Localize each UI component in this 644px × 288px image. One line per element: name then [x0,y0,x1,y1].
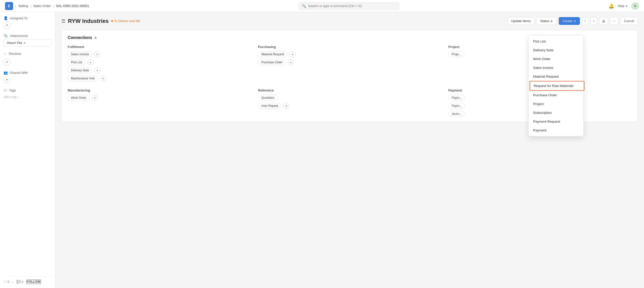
reference-column: Reference Quotation Auto Repeat + [258,88,441,117]
fulfillment-items: Sales Invoice + Pick List + Delivery Not… [68,51,251,81]
next-button[interactable]: › [590,17,597,25]
comments-action[interactable]: 💬 0 [16,280,23,284]
dropdown-item-project[interactable]: Project [529,100,583,108]
dropdown-item-sales-invoice[interactable]: Sales Invoice [529,63,583,72]
material-request-add-button[interactable]: + [289,51,295,57]
dropdown-item-payment-request[interactable]: Payment Request [529,117,583,126]
delivery-note-tag[interactable]: Delivery Note [68,67,92,73]
more-options-button[interactable]: ··· [610,17,618,25]
dropdown-item-material-request[interactable]: Material Request [529,72,583,81]
sidebar-footer: ♡ 0 · 💬 0 FOLLOW [4,276,52,284]
maintenance-visit-tag[interactable]: Maintenance Visit [68,75,98,81]
status-badge: To Deliver and Bill [111,19,140,23]
reviews-add-button[interactable]: + [4,59,11,66]
reference-items: Quotation Auto Repeat + [258,95,441,109]
assigned-to-section: 👤 Assigned To + [4,16,52,29]
person-icon: 👤 [4,16,8,20]
list-item: Maintenance Visit + [68,75,251,81]
notification-button[interactable]: 🔔 [609,3,614,9]
dropdown-item-subscription[interactable]: Subscription [529,108,583,117]
status-chevron-icon: ∨ [550,19,553,23]
hamburger-button[interactable]: ☰ [61,18,65,24]
dropdown-item-pick-list[interactable]: Pick List [529,37,583,46]
tags-title: 🏷 Tags [4,88,52,92]
tag-icon: 🏷 [4,88,7,92]
purchase-order-tag[interactable]: Purchase Order [258,59,286,65]
likes-action[interactable]: ♡ 0 [4,280,9,284]
maintenance-visit-add-button[interactable]: + [100,75,106,81]
assigned-to-title: 👤 Assigned To [4,16,52,20]
shared-with-section: 👥 Shared With + [4,71,52,83]
shared-with-title: 👥 Shared With [4,71,52,75]
dropdown-item-purchase-order[interactable]: Purchase Order [529,91,583,100]
manufacturing-items: Work Order + [68,95,251,101]
create-dropdown-menu: Pick ListDelivery NoteWork OrderSales In… [528,35,584,136]
fulfillment-column: Fulfillment Sales Invoice + Pick List + … [68,45,251,81]
payment-1-tag[interactable]: Paym... [448,95,465,101]
shared-with-add-button[interactable]: + [4,76,11,83]
sales-invoice-add-button[interactable]: + [94,51,100,57]
update-items-button[interactable]: Update Items [507,17,534,25]
dropdown-item-request-for-raw-materials[interactable]: Request for Raw Materials [530,81,584,91]
breadcrumb-sales-order[interactable]: Sales Order [33,4,51,8]
help-button[interactable]: Help ∨ [618,4,628,8]
assigned-to-add-button[interactable]: + [4,22,11,29]
sales-invoice-tag[interactable]: Sales Invoice [68,51,92,57]
purchasing-items: Material Request + Purchase Order + [258,51,441,65]
app-icon[interactable]: E [5,2,13,10]
list-item: Quotation [258,95,441,101]
payment-2-tag[interactable]: Paym... [448,103,465,109]
reference-title: Reference [258,88,441,92]
connections-collapse-button[interactable]: ∧ [94,35,97,40]
attachments-section: 📎 Attachments Attach File + [4,34,52,46]
follow-button[interactable]: FOLLOW [26,279,41,284]
list-item: Purchase Order + [258,59,441,65]
add-tag-text[interactable]: Add a tag ... [4,95,52,99]
search-box: 🔍 [299,2,399,10]
attach-file-button[interactable]: Attach File + [4,39,52,46]
attachments-title: 📎 Attachments [4,34,52,38]
pick-list-tag[interactable]: Pick List [68,59,86,65]
search-area: 🔍 [299,2,399,10]
avatar[interactable]: A [631,2,639,10]
list-item: Material Request + [258,51,441,57]
dropdown-item-work-order[interactable]: Work Order [529,55,583,63]
purchase-order-add-button[interactable]: + [288,59,294,65]
manufacturing-title: Manufacturing [68,88,251,92]
attach-plus-icon: + [24,41,26,45]
purchasing-title: Purchasing [258,45,441,49]
breadcrumb-sep-2: › [30,4,31,8]
list-item: Pick List + [68,59,251,65]
journal-tag[interactable]: Journ... [448,111,465,117]
manufacturing-column: Manufacturing Work Order + [68,88,251,117]
delivery-note-add-button[interactable]: + [94,67,100,73]
create-button[interactable]: Create ∨ [559,17,580,25]
dropdown-item-payment[interactable]: Payment [529,126,583,135]
print-button[interactable]: 🖨 [599,17,608,25]
list-item: Delivery Note + [68,67,251,73]
top-navigation: E › Selling › Sales Order › SAL-ORD-2021… [0,0,644,12]
page-header-right: Update Items Status ∨ Create ∨ ‹ › 🖨 ···… [507,17,638,25]
fulfillment-title: Fulfillment [68,45,251,49]
search-icon: 🔍 [302,4,306,8]
star-icon: ☆ [4,52,7,56]
breadcrumb-area: E › Selling › Sales Order › SAL-ORD-2021… [5,2,89,10]
status-button[interactable]: Status ∨ [536,17,556,25]
breadcrumb-current: SAL-ORD-2021-00001 [56,4,89,8]
help-label: Help [618,4,624,8]
project-tag[interactable]: Proje... [448,51,464,57]
auto-repeat-tag[interactable]: Auto Repeat [258,103,281,109]
search-input[interactable] [308,4,396,8]
prev-button[interactable]: ‹ [582,17,588,25]
dropdown-item-delivery-note[interactable]: Delivery Note [529,46,583,55]
cancel-button[interactable]: Cancel [620,17,638,25]
breadcrumb-selling[interactable]: Selling [18,4,28,8]
auto-repeat-add-button[interactable]: + [283,103,289,109]
sidebar: 👤 Assigned To + 📎 Attachments Attach Fil… [0,12,55,288]
material-request-tag[interactable]: Material Request [258,51,288,57]
quotation-tag[interactable]: Quotation [258,95,278,101]
work-order-add-button[interactable]: + [92,95,98,101]
work-order-tag[interactable]: Work Order [68,95,90,101]
pick-list-add-button[interactable]: + [88,59,94,65]
list-item: Auto Repeat + [258,103,441,109]
